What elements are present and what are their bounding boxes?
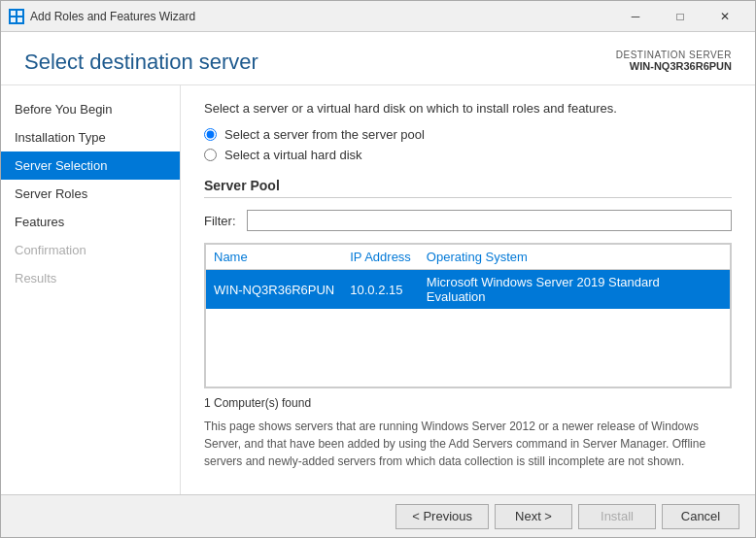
main-content: Select a server or a virtual hard disk o… [181, 85, 755, 494]
footer: < Previous Next > Install Cancel [1, 494, 755, 537]
table-empty-row [206, 309, 731, 387]
server-table-container: Name IP Address Operating System WIN-NQ3… [204, 243, 732, 388]
title-bar: Add Roles and Features Wizard ─ □ ✕ [1, 1, 755, 32]
radio-virtual-disk-label: Select a virtual hard disk [224, 148, 362, 162]
main-layout: Before You Begin Installation Type Serve… [1, 85, 755, 494]
filter-row: Filter: [204, 206, 732, 235]
svg-rect-2 [11, 17, 16, 22]
window-title: Add Roles and Features Wizard [30, 10, 613, 23]
server-table: Name IP Address Operating System WIN-NQ3… [205, 244, 731, 387]
sidebar-item-server-roles[interactable]: Server Roles [1, 180, 180, 208]
filter-label: Filter: [204, 214, 239, 228]
window-controls: ─ □ ✕ [613, 1, 747, 32]
close-button[interactable]: ✕ [703, 1, 747, 32]
install-button[interactable]: Install [578, 504, 656, 529]
column-name[interactable]: Name [206, 245, 343, 270]
sidebar-item-server-selection[interactable]: Server Selection [1, 151, 180, 180]
destination-server-name: WIN-NQ3R36R6PUN [616, 60, 732, 72]
cell-server-ip: 10.0.2.15 [342, 270, 419, 310]
sidebar-item-installation-type[interactable]: Installation Type [1, 123, 180, 151]
instruction-text: Select a server or a virtual hard disk o… [204, 101, 732, 116]
radio-virtual-disk-input[interactable] [204, 149, 217, 161]
table-header-row: Name IP Address Operating System [206, 245, 731, 270]
server-pool-title: Server Pool [204, 178, 732, 198]
filter-input[interactable] [247, 210, 732, 231]
column-os[interactable]: Operating System [419, 245, 731, 270]
sidebar-item-confirmation: Confirmation [1, 236, 180, 264]
radio-server-pool[interactable]: Select a server from the server pool [204, 127, 732, 142]
radio-virtual-disk[interactable]: Select a virtual hard disk [204, 148, 732, 162]
app-icon [9, 9, 24, 24]
cell-server-name: WIN-NQ3R36R6PUN [206, 270, 343, 310]
computers-found: 1 Computer(s) found [204, 396, 732, 410]
svg-rect-1 [17, 11, 22, 16]
svg-rect-3 [17, 17, 22, 22]
page-title: Select destination server [24, 50, 258, 75]
radio-group: Select a server from the server pool Sel… [204, 127, 732, 162]
table-row[interactable]: WIN-NQ3R36R6PUN 10.0.2.15 Microsoft Wind… [206, 270, 731, 310]
destination-server-info: DESTINATION SERVER WIN-NQ3R36R6PUN [616, 50, 732, 72]
maximize-button[interactable]: □ [658, 1, 703, 32]
radio-server-pool-label: Select a server from the server pool [224, 127, 425, 142]
column-ip[interactable]: IP Address [342, 245, 419, 270]
cancel-button[interactable]: Cancel [662, 504, 739, 529]
wizard-window: Add Roles and Features Wizard ─ □ ✕ Sele… [0, 0, 756, 538]
page-header: Select destination server DESTINATION SE… [1, 32, 755, 85]
next-button[interactable]: Next > [495, 504, 572, 529]
previous-button[interactable]: < Previous [395, 504, 489, 529]
cell-server-os: Microsoft Windows Server 2019 Standard E… [419, 270, 731, 310]
destination-server-label: DESTINATION SERVER [616, 50, 732, 60]
sidebar-item-results: Results [1, 264, 180, 292]
radio-server-pool-input[interactable] [204, 128, 217, 141]
sidebar-item-before-you-begin[interactable]: Before You Begin [1, 95, 180, 123]
sidebar: Before You Begin Installation Type Serve… [1, 85, 181, 494]
sidebar-item-features[interactable]: Features [1, 208, 180, 236]
svg-rect-0 [11, 11, 16, 16]
minimize-button[interactable]: ─ [613, 1, 658, 32]
info-text: This page shows servers that are running… [204, 418, 732, 470]
